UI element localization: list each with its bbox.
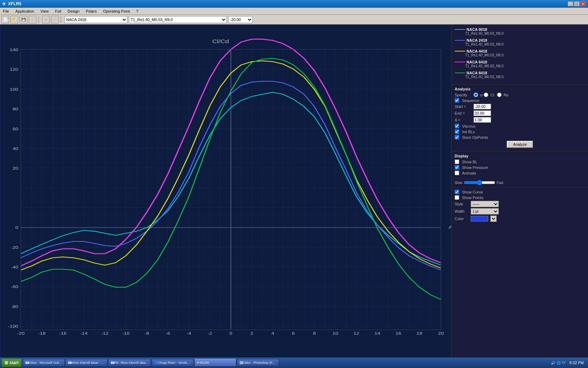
svg-text:20: 20 — [13, 166, 18, 170]
color-picker[interactable] — [471, 216, 488, 222]
color-label: Color — [455, 217, 469, 221]
initbls-label: Init BLs — [462, 130, 475, 134]
svg-text:140: 140 — [10, 47, 18, 52]
start-label: start — [9, 360, 19, 365]
svg-text:12: 12 — [354, 331, 359, 335]
polar-select[interactable]: T1_Re1.40_M0.03_N9.0 — [129, 16, 227, 23]
open-btn[interactable]: 📂 — [10, 16, 18, 23]
svg-text:-18: -18 — [38, 331, 46, 335]
start-input[interactable] — [474, 104, 491, 109]
taskbar-btn-0[interactable]: 📧 Inbox - Microsoft Outl... — [23, 359, 65, 367]
svg-text:16: 16 — [396, 331, 401, 335]
taskbar-btn-3[interactable]: 🌀 Chupp Rotor - Windo... — [152, 359, 194, 367]
menu-operating-point[interactable]: Operating Point — [102, 9, 131, 14]
sequence-checkbox[interactable] — [455, 98, 459, 103]
showpoints-checkbox[interactable] — [455, 195, 459, 200]
animate-checkbox[interactable] — [455, 171, 459, 175]
showcurve-checkbox[interactable] — [455, 190, 459, 194]
print-btn[interactable]: 🖨 — [29, 16, 36, 23]
slow-label: Slow — [455, 181, 462, 185]
taskbar-btn-2[interactable]: 📧 RE: More Kitemill idea... — [108, 359, 151, 367]
svg-text:2: 2 — [251, 331, 253, 335]
svg-text:-2: -2 — [208, 331, 212, 335]
showpoints-row: Show Points — [455, 195, 585, 200]
showcurve-label: Show Curve — [462, 190, 483, 194]
style-label: Style — [455, 202, 469, 206]
menu-file[interactable]: File — [1, 9, 10, 14]
new-btn[interactable]: 📄 — [1, 16, 9, 23]
maximize-btn[interactable]: □ — [574, 1, 580, 6]
analyze-button[interactable]: Analyze — [507, 141, 533, 148]
start-icon: ⊞ — [5, 360, 8, 365]
alpha-select[interactable]: -20.00 — [228, 16, 253, 23]
initbls-checkbox[interactable] — [455, 129, 459, 134]
delta-input[interactable] — [474, 117, 491, 123]
svg-text:80: 80 — [13, 107, 18, 111]
svg-text:Cl/Cd: Cl/Cd — [212, 38, 229, 45]
end-row: End = — [455, 110, 585, 116]
showbl-label: Show BL — [462, 160, 477, 164]
svg-text:120: 120 — [10, 67, 18, 71]
close-btn[interactable]: × — [580, 1, 586, 6]
re-radio[interactable] — [497, 93, 502, 97]
svg-text:20: 20 — [438, 331, 444, 335]
end-input[interactable] — [474, 110, 491, 116]
width-row: Width 1 pt 2 pt 3 pt — [455, 208, 585, 214]
speed-slider[interactable] — [464, 180, 495, 185]
tb-btn6[interactable]: ◻ — [51, 16, 59, 23]
showpressure-row: Show Pressure — [455, 165, 585, 170]
start-row: Start = — [455, 104, 585, 109]
chart-area: Cl/Cd 140 120 100 80 60 40 20 0 -20 -40 … — [0, 25, 451, 360]
tb-btn5[interactable]: ◼ — [42, 16, 50, 23]
speed-row: Slow Fast — [455, 180, 585, 185]
alpha-radio[interactable] — [474, 93, 478, 97]
showpoints-label: Show Points — [462, 196, 483, 200]
delta-row: Δ = — [455, 117, 585, 123]
title-text: XFLR5 — [8, 1, 21, 6]
toolbar: 📄 📂 💾 🖨 ◼ ◻ NACA 2418 T1_Re1.40_M0.03_N9… — [0, 15, 588, 25]
svg-text:6: 6 — [292, 331, 295, 335]
display-panel: Display Show BL Show Pressure Animate · … — [452, 152, 588, 188]
menu-help[interactable]: ? — [135, 9, 140, 14]
right-panel: NACA 0018 T1_Re1.40_M0.03_N9.0 NACA 2418… — [451, 25, 588, 360]
menu-polars[interactable]: Polars — [84, 9, 98, 14]
showpressure-checkbox[interactable] — [455, 165, 459, 170]
viscous-checkbox[interactable] — [455, 124, 459, 128]
style-select[interactable]: —— - - - · · · — [471, 201, 499, 207]
airfoil-item-2: NACA 4418 T1_Re1.40_M0.03_N9.0 — [455, 49, 585, 57]
airfoil-select[interactable]: NACA 2418 — [64, 16, 127, 23]
taskbar-btn-1[interactable]: 📧 More Kitemill ideas - ... — [65, 359, 107, 367]
taskbar-btn-4[interactable]: ✈ XFLR5 — [194, 359, 236, 367]
color-select-arrow[interactable] — [490, 216, 497, 222]
airfoil-item-3: NACA 6418 T1_Re1.40_M0.03_N9.0 — [455, 60, 585, 68]
menu-application[interactable]: Application — [14, 9, 36, 14]
svg-text:-10: -10 — [122, 331, 130, 335]
menu-foil[interactable]: Foil — [54, 9, 63, 14]
alpha-label: α — [480, 93, 482, 97]
showbl-row: Show BL — [455, 159, 585, 164]
specify-row: Specify α Cl Re — [455, 93, 585, 97]
svg-text:-40: -40 — [11, 265, 18, 269]
width-select[interactable]: 1 pt 2 pt 3 pt — [471, 208, 499, 214]
minimize-btn[interactable]: _ — [568, 1, 573, 6]
menu-view[interactable]: View — [39, 9, 50, 14]
svg-text:4: 4 — [272, 331, 274, 335]
storeop-checkbox[interactable] — [455, 135, 459, 139]
taskbar-icons: 🔊 🌐 🛡 — [551, 361, 566, 365]
style-row: Style —— - - - · · · — [455, 201, 585, 207]
menu-design[interactable]: Design — [66, 9, 81, 14]
start-button[interactable]: ⊞ start — [1, 359, 22, 367]
svg-text:Alpha: Alpha — [449, 225, 451, 230]
taskbar-btn-5[interactable]: 🖼 Editor - Photoshop El... — [237, 359, 279, 367]
cl-radio[interactable] — [484, 93, 488, 97]
viscous-label: Viscous — [462, 124, 475, 128]
showpressure-label: Show Pressure — [462, 165, 488, 170]
svg-text:0: 0 — [15, 225, 18, 230]
airfoil-list: NACA 0018 T1_Re1.40_M0.03_N9.0 NACA 2418… — [452, 25, 588, 85]
width-label: Width — [455, 209, 469, 213]
animate-label: Animate — [462, 171, 476, 175]
showcurve-row: Show Curve — [455, 190, 585, 194]
save-btn[interactable]: 💾 — [20, 16, 27, 23]
showbl-checkbox[interactable] — [455, 159, 459, 164]
svg-text:-12: -12 — [101, 331, 108, 335]
